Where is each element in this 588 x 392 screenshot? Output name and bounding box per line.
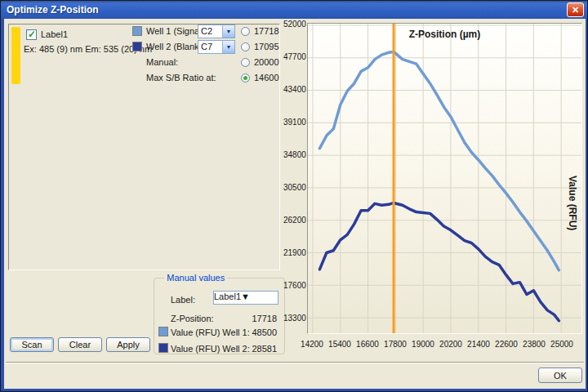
well1-value-swatch	[158, 327, 168, 336]
radio-option-17718[interactable]	[241, 27, 250, 36]
well1-value: 48500	[252, 327, 277, 337]
check-icon: ✓	[28, 29, 36, 40]
radio-option-14600-label: 14600	[254, 73, 279, 82]
x-tick-label: 22600	[492, 340, 520, 350]
x-tick-label: 15400	[326, 340, 354, 350]
well2-value-caption: Value (RFU) Well 2:	[171, 344, 250, 354]
y-tick-label: 39100	[283, 118, 305, 127]
apply-button[interactable]: Apply	[106, 337, 150, 352]
chevron-down-icon[interactable]: ▼	[222, 41, 234, 53]
well2-combo[interactable]: C7 ▼	[198, 40, 235, 54]
y-tick-label: 34800	[283, 150, 305, 159]
well2-color-swatch	[132, 42, 142, 51]
chevron-down-icon[interactable]: ▼	[222, 25, 234, 38]
z-scan-chart	[308, 24, 581, 333]
manual-label: Manual:	[146, 57, 178, 67]
y-tick-label: 21900	[283, 248, 305, 257]
x-tick-label: 19000	[409, 340, 437, 350]
x-tick-label: 16600	[354, 340, 381, 350]
title-bar: Optimize Z-Position ✕	[1, 1, 587, 19]
optimize-z-position-dialog: Optimize Z-Position ✕ ✓ Label1 Ex: 485 (…	[0, 0, 588, 392]
chart-title: Z-Position (µm)	[308, 29, 581, 40]
well1-combo[interactable]: C2 ▼	[198, 24, 235, 38]
label-color-bar	[11, 27, 20, 84]
y-tick-label: 30500	[283, 183, 305, 192]
y-tick-label: 52000	[283, 20, 305, 29]
manual-values-group: Manual values Label: Label1 ▼ Z-Position…	[154, 273, 285, 354]
manual-label-combo[interactable]: Label1 ▼	[213, 291, 278, 305]
y-tick-label: 13300	[283, 314, 305, 323]
well2-value-swatch	[158, 343, 168, 353]
manual-label-caption: Label:	[171, 295, 195, 305]
radio-option-20000-label: 20000	[254, 57, 279, 67]
close-button[interactable]: ✕	[567, 2, 584, 17]
manual-values-title: Manual values	[164, 273, 227, 283]
label1-checkbox[interactable]: ✓	[26, 29, 37, 40]
label-list-panel[interactable]: ✓ Label1 Ex: 485 (9) nm Em: 535 (20) nm	[8, 24, 280, 270]
x-tick-label: 17800	[381, 340, 409, 350]
max-sb-ratio-label: Max S/B Ratio at:	[146, 73, 216, 82]
y-tick-label: 26200	[283, 216, 305, 225]
radio-option-17718-label: 17718	[254, 26, 279, 36]
x-tick-label: 20200	[437, 340, 465, 350]
radio-option-14600-selected[interactable]	[241, 74, 250, 82]
chart-panel: 5200047700434003910034800305002620021900…	[283, 19, 584, 359]
well1-combo-value: C2	[198, 25, 222, 38]
y-tick-label: 17600	[283, 281, 305, 290]
clear-button[interactable]: Clear	[58, 337, 102, 352]
chevron-down-icon[interactable]: ▼	[241, 292, 250, 304]
plot-area[interactable]: Z-Position (µm) Value (RFU)	[307, 23, 582, 334]
radio-option-20000[interactable]	[241, 58, 250, 67]
dialog-client-area: ✓ Label1 Ex: 485 (9) nm Em: 535 (20) nm …	[4, 19, 586, 389]
radio-option-17095[interactable]	[241, 42, 250, 51]
well1-color-swatch	[132, 26, 142, 36]
well2-label: Well 2 (Blank):	[146, 42, 204, 51]
x-tick-label: 23800	[520, 340, 548, 350]
x-tick-label: 25000	[548, 340, 576, 350]
well1-value-caption: Value (RFU) Well 1:	[171, 327, 250, 337]
well2-combo-value: C7	[198, 41, 222, 53]
y-tick-label: 43400	[283, 85, 305, 94]
close-icon: ✕	[572, 6, 579, 15]
scan-button[interactable]: Scan	[10, 337, 54, 352]
well2-value: 28581	[252, 344, 277, 354]
ok-button[interactable]: OK	[538, 368, 582, 383]
z-position-value: 17718	[252, 314, 277, 323]
radio-option-17095-label: 17095	[254, 42, 279, 51]
manual-label-combo-value: Label1	[214, 292, 241, 304]
label1-name: Label1	[41, 29, 68, 39]
z-position-caption: Z-Position:	[171, 314, 214, 323]
x-tick-label: 21400	[465, 340, 492, 350]
window-title: Optimize Z-Position	[1, 4, 99, 16]
chart-y-axis-title: Value (RFU)	[567, 176, 578, 230]
bottom-divider	[6, 362, 584, 363]
x-tick-label: 14200	[298, 340, 326, 350]
y-tick-label: 47700	[283, 52, 305, 61]
